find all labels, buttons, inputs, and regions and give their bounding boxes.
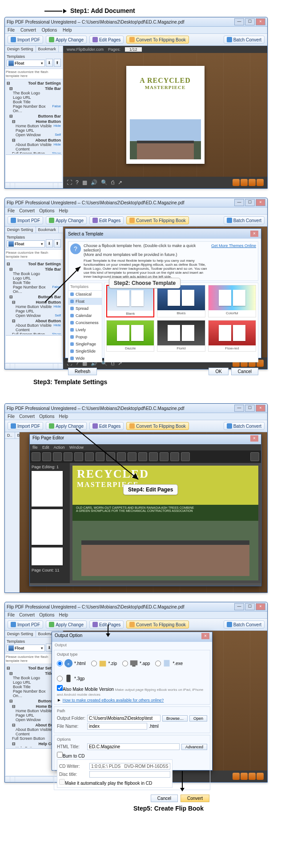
page-edit-stage[interactable]: RECYCLED MASTERPIECE OLD CARS, WORN-OUT … xyxy=(70,463,261,583)
tpl-spread[interactable]: Spread xyxy=(68,305,102,312)
close-button[interactable]: × xyxy=(256,18,265,25)
fullscreen-icon[interactable]: ⛶ xyxy=(67,179,72,186)
radio-3gp[interactable]: *.3gp xyxy=(57,673,84,683)
import-pdf-button[interactable]: Import PDF xyxy=(8,36,43,44)
pages-value[interactable]: 1/12 xyxy=(125,47,142,52)
tpl-singleslide[interactable]: SingleSlide xyxy=(68,348,102,355)
tpl-wide[interactable]: Wide xyxy=(68,355,102,362)
more-themes-link[interactable]: Get More Themes Online xyxy=(211,243,256,279)
batch-convert-button[interactable]: Batch Convert xyxy=(224,216,265,224)
cdwriter-select[interactable] xyxy=(89,763,170,770)
last-page-icon[interactable] xyxy=(257,179,264,186)
radio-exe[interactable]: *.exe xyxy=(155,658,183,668)
export-theme-button[interactable]: ⬇ xyxy=(46,59,53,67)
menu-convert[interactable]: Convert xyxy=(20,28,36,32)
menu-help[interactable]: Help xyxy=(63,28,72,32)
tpl-calendar[interactable]: Calendar xyxy=(68,312,102,319)
page-editor-close[interactable]: × xyxy=(250,435,258,442)
settings-tree[interactable]: ⊟Tool Bar Settings ⊟Title Bar The Book L… xyxy=(5,79,63,154)
tpl-card-colorful[interactable]: Colorful xyxy=(208,285,256,317)
import-theme-button[interactable]: ⬆ xyxy=(54,59,61,67)
tpl-float[interactable]: Float xyxy=(68,298,102,305)
pe-menu-action[interactable]: Action xyxy=(54,445,65,450)
page-nav[interactable] xyxy=(233,179,264,186)
edit-pages-button[interactable]: Edit Pages xyxy=(89,422,124,430)
help-link[interactable]: How to make created eBooks available for… xyxy=(63,698,164,702)
tpl-card-blues[interactable]: Blues xyxy=(157,285,205,317)
line-tool-icon[interactable] xyxy=(96,452,104,461)
apply-change-button[interactable]: Apply Change xyxy=(46,216,87,224)
tpl-conciseness[interactable]: Conciseness xyxy=(68,319,102,326)
html-title-input[interactable] xyxy=(87,743,180,750)
open-button[interactable]: Open xyxy=(189,715,207,722)
tpl-card-flow-red[interactable]: Flow-red xyxy=(208,320,256,352)
sound-icon[interactable]: 🔊 xyxy=(91,179,97,186)
output-cancel-button[interactable]: Cancel xyxy=(151,795,178,802)
menu-options[interactable]: Options xyxy=(42,28,57,32)
copy-tool-icon[interactable] xyxy=(117,452,126,461)
mobile-check[interactable]: Also Make Mobile Version xyxy=(57,687,114,692)
output-convert-button[interactable]: Convert xyxy=(181,795,209,802)
tpl-lively[interactable]: Lively xyxy=(68,326,102,333)
radio-zip[interactable]: *.zip xyxy=(91,658,117,668)
pe-menu-window[interactable]: Window xyxy=(69,445,84,450)
output-folder-input[interactable] xyxy=(87,715,161,722)
browse-button[interactable]: Browse… xyxy=(162,715,188,722)
viewer-toolbar[interactable]: ⛶ ? ▦ 🔊 🔍 ⎙ ↗ xyxy=(63,177,267,188)
convert-button[interactable]: Convert To Flipping Book xyxy=(126,36,189,44)
template-select[interactable]: Float▾ xyxy=(7,240,45,247)
print-icon[interactable]: ⎙ xyxy=(111,179,114,186)
burn-check[interactable]: Burn to CD xyxy=(57,754,84,758)
menu-file[interactable]: File xyxy=(8,28,15,32)
link-tool-icon[interactable] xyxy=(42,452,51,461)
tpl-popup[interactable]: Popup xyxy=(68,333,102,341)
ok-button[interactable]: OK xyxy=(209,368,228,375)
edit-pages-button[interactable]: Edit Pages xyxy=(89,216,124,224)
import-pdf-button[interactable]: Import PDF xyxy=(8,216,43,224)
edit-pages-button[interactable]: Edit Pages xyxy=(89,36,124,44)
select-tool-icon[interactable] xyxy=(32,452,40,461)
dialog-close-button[interactable]: × xyxy=(250,231,258,237)
radio-html[interactable]: e*.html xyxy=(57,658,86,668)
titlebar[interactable]: Flip PDF Professional Unregistered -- C:… xyxy=(5,17,267,27)
batch-convert-button[interactable]: Batch Convert xyxy=(224,36,265,44)
prev-page-icon[interactable] xyxy=(241,179,248,186)
redo-tool-icon[interactable] xyxy=(160,452,169,461)
help-icon[interactable]: ? xyxy=(76,179,79,186)
save-tool-icon[interactable] xyxy=(250,452,259,461)
radio-app[interactable]: *.app xyxy=(122,658,150,668)
autoopen-check[interactable]: Make it automatically play the flipbook … xyxy=(59,781,152,786)
undo-tool-icon[interactable] xyxy=(149,452,158,461)
cover-page[interactable]: A RECYCLED MASTERPIECE xyxy=(126,66,205,164)
tpl-card-dazzle[interactable]: Dazzle xyxy=(106,320,154,352)
zoom-in-icon[interactable] xyxy=(170,452,179,461)
tpl-classical[interactable]: Classical xyxy=(68,291,102,298)
next-page-icon[interactable] xyxy=(249,179,256,186)
horizontal-scrollbar[interactable] xyxy=(5,183,63,188)
tab-design-setting[interactable]: Design Setting xyxy=(5,46,36,52)
thumb-3[interactable] xyxy=(32,548,63,565)
thumb-2[interactable] xyxy=(32,509,63,545)
cancel-button[interactable]: Cancel xyxy=(231,368,258,375)
tab-bookmark[interactable]: Bookmark xyxy=(36,46,59,52)
maximize-button[interactable]: ☐ xyxy=(245,18,255,25)
thumbnails-icon[interactable]: ▦ xyxy=(82,179,87,186)
minimize-button[interactable]: — xyxy=(234,18,244,25)
zoom-icon[interactable]: 🔍 xyxy=(101,179,108,186)
text-tool-icon[interactable] xyxy=(74,452,83,461)
template-type-list[interactable]: Templates Classical Float Spread Calenda… xyxy=(68,283,102,362)
tpl-singlepage[interactable]: SinglePage xyxy=(68,341,102,348)
page-thumbs-panel[interactable]: Page Editing: 1 Page Count: 11 xyxy=(30,463,70,583)
image-tool-icon[interactable] xyxy=(53,452,62,461)
pe-menu-file[interactable]: file xyxy=(32,445,38,450)
apply-change-button[interactable]: Apply Change xyxy=(46,36,87,44)
paste-tool-icon[interactable] xyxy=(128,452,136,461)
filename-input[interactable] xyxy=(87,723,147,730)
convert-button[interactable]: Convert To Flipping Book xyxy=(126,216,189,224)
advanced-button[interactable]: Advanced xyxy=(181,744,207,750)
thumb-1[interactable] xyxy=(32,471,63,507)
delete-tool-icon[interactable] xyxy=(138,452,147,461)
zoom-out-icon[interactable] xyxy=(181,452,190,461)
shape-tool-icon[interactable] xyxy=(85,452,94,461)
refresh-button[interactable]: Refresh xyxy=(68,368,97,375)
